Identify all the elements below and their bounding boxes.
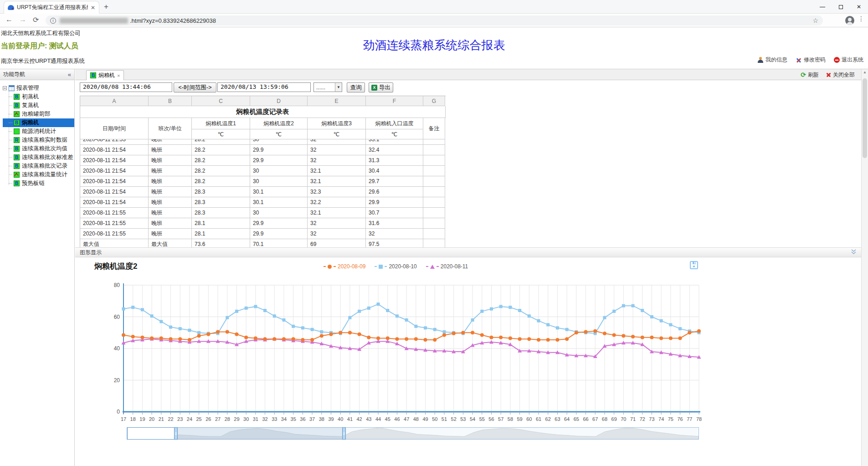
my-info-button[interactable]: 我的信息 bbox=[757, 56, 787, 64]
window-maximize-button[interactable] bbox=[832, 0, 850, 14]
vertical-scrollbar[interactable]: ▲ bbox=[861, 69, 868, 466]
svg-text:37: 37 bbox=[309, 416, 315, 422]
svg-text:57: 57 bbox=[498, 416, 503, 422]
b-report-icon: B bbox=[14, 154, 20, 160]
line-chart-plot: 0204060801718192021222324252627282930313… bbox=[105, 278, 704, 428]
nav-tree: 报表管理 B初蒸机B复蒸机泡粮罐前部B焖粮机能源消耗统计R连续蒸粮实时数据B连续… bbox=[0, 80, 74, 188]
table-row: 2020-08-11 21:54晚班28.23032.129.7 bbox=[80, 176, 446, 187]
browser-menu-icon[interactable]: ⋮ bbox=[858, 15, 864, 22]
logout-icon bbox=[834, 57, 840, 63]
green-square-icon bbox=[14, 128, 20, 134]
sidebar-item-9[interactable]: 连续蒸粮流量统计 bbox=[3, 170, 74, 179]
browser-tab-close-icon[interactable]: ✕ bbox=[91, 5, 95, 11]
svg-text:31: 31 bbox=[253, 416, 258, 422]
svg-text:55: 55 bbox=[479, 416, 485, 422]
svg-text:45: 45 bbox=[385, 416, 390, 422]
legend-item-2020-08-10[interactable]: 2020-08-10 bbox=[375, 263, 416, 270]
browser-navbar: ← → ⟳ i .html?xyz=0.8339242686229038 ☆ ⋮ bbox=[0, 14, 868, 27]
table-cell: 32.1 bbox=[308, 176, 366, 187]
change-password-button[interactable]: 修改密码 bbox=[796, 56, 826, 64]
save-image-icon[interactable] bbox=[689, 260, 699, 272]
page-info-icon[interactable]: i bbox=[50, 18, 56, 24]
chart-section: 焖粮机温度2 2020-08-092020-08-102020-08-11 02… bbox=[75, 257, 861, 466]
new-tab-button[interactable]: + bbox=[104, 2, 108, 11]
svg-text:63: 63 bbox=[555, 416, 560, 422]
table-cell: 29.9 bbox=[250, 155, 308, 166]
refresh-button[interactable]: ⟳ 刷新 bbox=[801, 71, 819, 79]
sidebar-item-5[interactable]: R连续蒸粮实时数据 bbox=[3, 136, 74, 144]
logout-button[interactable]: 退出系统 bbox=[834, 56, 863, 64]
table-row: 2020-08-11 21:54晚班28.330.132.329.6 bbox=[80, 187, 446, 197]
sidebar-item-1[interactable]: B复蒸机 bbox=[3, 101, 74, 110]
sidebar-collapse-icon[interactable]: « bbox=[68, 71, 71, 78]
sidebar-item-6[interactable]: B连续蒸粮批次均值 bbox=[3, 144, 74, 153]
tab-close-icon[interactable]: × bbox=[117, 73, 120, 78]
reload-icon[interactable]: ⟳ bbox=[33, 15, 39, 24]
tree-root-report-management[interactable]: 报表管理 bbox=[3, 84, 74, 92]
b-report-icon: B bbox=[14, 163, 20, 169]
filter-select[interactable]: ...... ▼ bbox=[313, 82, 342, 92]
collapse-chart-icon[interactable] bbox=[851, 249, 857, 256]
svg-text:67: 67 bbox=[592, 416, 598, 422]
graph-display-label: 图形显示 bbox=[80, 249, 102, 256]
legend-item-2020-08-11[interactable]: 2020-08-11 bbox=[426, 263, 468, 270]
sidebar-item-10[interactable]: B预热板链 bbox=[3, 179, 74, 188]
column-letter: C bbox=[192, 96, 250, 106]
datazoom-handle-right[interactable] bbox=[342, 427, 346, 440]
svg-text:20: 20 bbox=[149, 416, 154, 422]
query-button[interactable]: 查询 bbox=[347, 82, 365, 92]
table-cell: 晚班 bbox=[149, 176, 192, 187]
sidebar-item-7[interactable]: B连续蒸粮批次标准差 bbox=[3, 153, 74, 162]
tree-collapse-icon[interactable] bbox=[3, 86, 7, 90]
datazoom-window[interactable] bbox=[176, 427, 344, 440]
svg-text:80: 80 bbox=[114, 282, 120, 288]
window-minimize-button[interactable]: — bbox=[813, 0, 832, 14]
table-cell: 28.2 bbox=[192, 176, 250, 187]
address-bar[interactable]: i .html?xyz=0.8339242686229038 ☆ bbox=[46, 15, 823, 26]
table-cell: 32.1 bbox=[308, 208, 366, 218]
legend-item-2020-08-09[interactable]: 2020-08-09 bbox=[324, 263, 365, 270]
forward-icon[interactable]: → bbox=[19, 15, 26, 24]
close-all-button[interactable]: 关闭全部 bbox=[826, 71, 855, 79]
end-time-input[interactable]: 2020/08/13 13:59:06 bbox=[217, 82, 311, 92]
svg-text:73: 73 bbox=[649, 416, 654, 422]
svg-text:78: 78 bbox=[696, 416, 702, 422]
datazoom-slider[interactable] bbox=[127, 427, 699, 440]
start-time-input[interactable]: 2020/08/08 13:44:06 bbox=[80, 82, 172, 92]
legend-label: 2020-08-10 bbox=[389, 263, 416, 270]
sidebar-item-8[interactable]: B连续蒸粮批次记录 bbox=[3, 162, 74, 170]
time-range-button[interactable]: <-时间范围-> bbox=[174, 82, 216, 92]
sidebar-item-2[interactable]: 泡粮罐前部 bbox=[3, 110, 74, 118]
sidebar-item-0[interactable]: B初蒸机 bbox=[3, 92, 74, 101]
export-button[interactable]: X 导出 bbox=[369, 82, 393, 92]
table-cell bbox=[423, 187, 445, 197]
profile-avatar[interactable] bbox=[845, 16, 854, 25]
svg-text:66: 66 bbox=[583, 416, 588, 422]
chevron-down-icon: ▼ bbox=[335, 83, 342, 92]
table-row: 2020-08-11 21:54晚班28.229.93232.4 bbox=[80, 145, 446, 155]
table-cell: 晚班 bbox=[149, 155, 192, 166]
sidebar-item-4[interactable]: 能源消耗统计 bbox=[3, 127, 74, 136]
back-icon[interactable]: ← bbox=[5, 15, 13, 24]
company-name: 湖北天恒凯程系统工程有限公司 bbox=[1, 30, 81, 37]
table-cell: 28.3 bbox=[192, 208, 250, 218]
window-close-button[interactable]: ✕ bbox=[850, 0, 868, 14]
svg-text:53: 53 bbox=[460, 416, 466, 422]
table-cell: 晚班 bbox=[149, 197, 192, 208]
svg-text:28: 28 bbox=[225, 416, 230, 422]
browser-tabstrip: URPT免编程工业通用报表系统 ✕ + — ✕ bbox=[0, 0, 868, 14]
my-info-label: 我的信息 bbox=[765, 56, 787, 64]
scrollbar-thumb[interactable] bbox=[863, 78, 867, 158]
sidebar-item-3[interactable]: B焖粮机 bbox=[3, 118, 74, 127]
browser-tab[interactable]: URPT免编程工业通用报表系统 ✕ bbox=[4, 1, 99, 14]
svg-text:47: 47 bbox=[404, 416, 409, 422]
table-cell: 晚班 bbox=[149, 187, 192, 197]
datazoom-handle-left[interactable] bbox=[174, 427, 178, 440]
tab-menliangji[interactable]: B 焖粮机 × bbox=[86, 70, 124, 80]
svg-text:26: 26 bbox=[205, 416, 211, 422]
table-cell: 2020-08-11 21:53 bbox=[80, 139, 149, 145]
table-cell: 28.3 bbox=[192, 187, 250, 197]
svg-text:49: 49 bbox=[422, 416, 428, 422]
bookmark-star-icon[interactable]: ☆ bbox=[812, 17, 818, 24]
scroll-up-icon[interactable]: ▲ bbox=[862, 69, 868, 76]
